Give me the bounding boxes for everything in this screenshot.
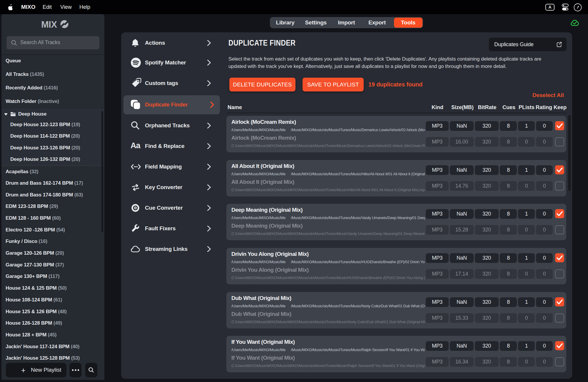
svg-text:MIX: MIX [41,19,57,29]
